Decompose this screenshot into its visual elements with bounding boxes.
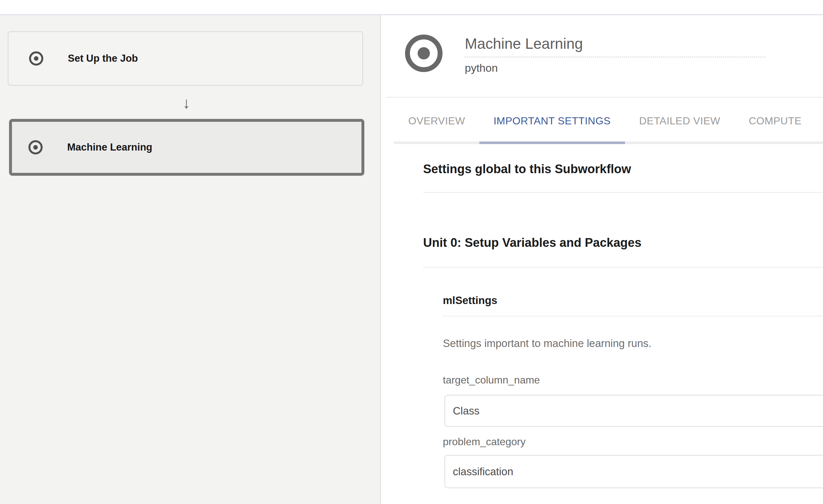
field-input-target-column-name[interactable] — [445, 395, 823, 427]
subsection-description: Settings important to machine learning r… — [443, 337, 652, 350]
header-title-block: Machine Learning python — [465, 35, 765, 74]
tab-important-settings[interactable]: IMPORTANT SETTINGS — [479, 104, 625, 144]
field-label-target-column-name: target_column_name — [443, 374, 540, 386]
tab-bar: OVERVIEW IMPORTANT SETTINGS DETAILED VIE… — [394, 104, 823, 144]
workflow-panel: Set Up the Job ↓ Machine Learning — [0, 15, 381, 504]
title-dotted-underline — [465, 56, 765, 57]
tab-overview[interactable]: OVERVIEW — [394, 104, 479, 144]
top-bar — [0, 0, 823, 15]
tab-compute[interactable]: COMPUTE — [734, 104, 816, 144]
radio-icon — [29, 51, 43, 65]
radio-icon — [28, 140, 43, 154]
app-window: Set Up the Job ↓ Machine Learning Machin… — [0, 0, 823, 504]
tab-detailed-view[interactable]: DETAILED VIEW — [625, 104, 734, 144]
section-divider — [423, 192, 823, 193]
node-subtitle: python — [465, 62, 765, 74]
section-heading-global: Settings global to this Subworkflow — [423, 162, 631, 176]
step-label: Set Up the Job — [68, 53, 138, 64]
detail-panel: Machine Learning python OVERVIEW IMPORTA… — [381, 15, 823, 504]
section-divider — [423, 267, 823, 268]
step-card-machine-learning[interactable]: Machine Learning — [9, 119, 364, 176]
step-card-set-up-the-job[interactable]: Set Up the Job — [8, 31, 363, 86]
field-label-problem-category: problem_category — [443, 436, 525, 448]
node-circle-dot-icon — [405, 35, 443, 72]
section-heading-unit-0: Unit 0: Setup Variables and Packages — [423, 235, 642, 250]
section-divider — [443, 316, 823, 317]
step-label: Machine Learning — [67, 142, 152, 153]
page-title: Machine Learning — [465, 35, 765, 52]
field-input-problem-category[interactable] — [445, 455, 823, 488]
header-divider — [386, 97, 823, 98]
subsection-title-mlsettings: mlSettings — [443, 294, 497, 307]
down-arrow-icon: ↓ — [170, 93, 202, 114]
